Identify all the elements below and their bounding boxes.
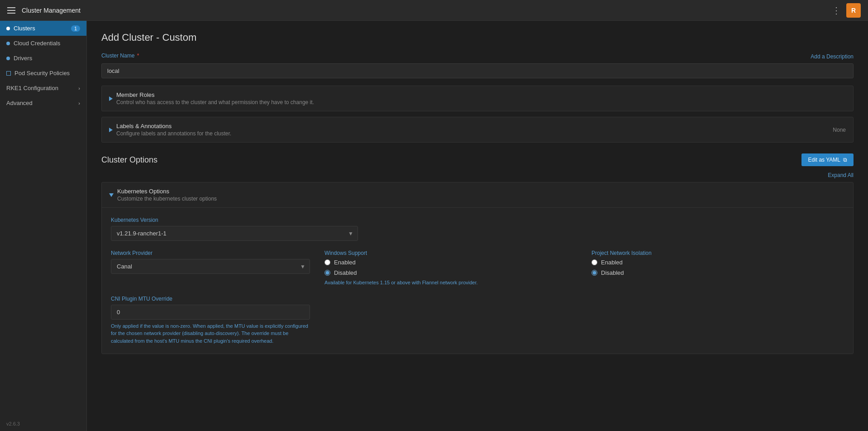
windows-support-field: Windows Support Enabled Disabled Ava — [324, 250, 577, 287]
project-isolation-enabled-radio[interactable] — [591, 259, 597, 265]
kubernetes-version-select-wrapper: v1.21.9-rancher1-1 ▼ — [111, 226, 358, 241]
sidebar-group-advanced[interactable]: Advanced › — [0, 96, 86, 110]
edit-yaml-label: Edit as YAML — [808, 157, 840, 163]
sidebar-cloud-credentials-label: Cloud Credentials — [14, 40, 60, 47]
kubernetes-options-title: Kubernetes Options — [117, 188, 217, 195]
sidebar-drivers-label: Drivers — [14, 55, 32, 62]
member-roles-title: Member Roles — [116, 91, 846, 98]
labels-annotations-title: Labels & Annotations — [116, 123, 829, 129]
sidebar-group-rke1[interactable]: RKE1 Configuration › — [0, 81, 86, 96]
add-description-link[interactable]: Add a Description — [811, 53, 854, 60]
member-roles-subtitle: Control who has access to the cluster an… — [116, 99, 846, 105]
member-roles-panel: Member Roles Control who has access to t… — [101, 86, 854, 111]
sidebar-item-cloud-credentials[interactable]: Cloud Credentials — [0, 36, 86, 51]
cluster-options-right: Edit as YAML ⧉ — [801, 153, 854, 166]
labels-annotations-header[interactable]: Labels & Annotations Configure labels an… — [102, 117, 853, 142]
labels-annotations-collapse-icon — [109, 128, 113, 132]
cni-plugin-mtu-input[interactable] — [111, 305, 310, 320]
network-provider-select-wrapper: Canal ▼ — [111, 259, 310, 274]
network-provider-label: Network Provider — [111, 250, 310, 256]
labels-annotations-subtitle: Configure labels and annotations for the… — [116, 130, 829, 137]
edit-yaml-button[interactable]: Edit as YAML ⧉ — [801, 153, 854, 166]
app-title: Cluster Management — [22, 7, 81, 14]
labels-annotations-text: Labels & Annotations Configure labels an… — [116, 123, 829, 137]
windows-support-note: Available for Kubernetes 1.15 or above w… — [324, 279, 577, 287]
windows-support-disabled-label: Disabled — [334, 269, 357, 276]
cloud-credentials-dot-icon — [6, 42, 10, 45]
sidebar-item-pod-security-policies[interactable]: Pod Security Policies — [0, 66, 86, 81]
cni-plugin-mtu-label: CNI Plugin MTU Override — [111, 296, 844, 302]
member-roles-collapse-icon — [109, 96, 113, 101]
cluster-options-header: Cluster Options Edit as YAML ⧉ — [101, 153, 854, 166]
windows-support-radio-group: Enabled Disabled — [324, 259, 577, 276]
clusters-dot-icon — [6, 27, 10, 30]
required-indicator: * — [137, 53, 139, 59]
labels-annotations-badge: None — [833, 127, 846, 133]
sidebar-rke1-label: RKE1 Configuration — [6, 85, 58, 91]
sidebar: Clusters 1 Cloud Credentials Drivers Pod… — [0, 21, 87, 431]
kubernetes-version-select[interactable]: v1.21.9-rancher1-1 — [111, 226, 358, 241]
sidebar-pod-security-label: Pod Security Policies — [14, 70, 70, 77]
top-nav: Cluster Management ⋮ R — [0, 0, 868, 21]
hamburger-menu[interactable] — [7, 7, 15, 14]
top-nav-left: Cluster Management — [7, 7, 81, 14]
kubernetes-options-collapse-icon — [109, 193, 114, 197]
sidebar-advanced-label: Advanced — [6, 100, 33, 106]
project-isolation-disabled-label: Disabled — [601, 269, 624, 276]
kubernetes-options-panel: Kubernetes Options Customize the kuberne… — [101, 182, 854, 354]
expand-all-row: Expand All — [101, 172, 854, 178]
windows-support-enabled-option[interactable]: Enabled — [324, 259, 577, 266]
project-isolation-disabled-option[interactable]: Disabled — [591, 269, 844, 276]
project-network-isolation-radio-group: Enabled Disabled — [591, 259, 844, 276]
edit-yaml-icon: ⧉ — [843, 157, 847, 163]
drivers-dot-icon — [6, 57, 10, 60]
cluster-options-title: Cluster Options — [101, 155, 157, 165]
cluster-name-label: Cluster Name * — [101, 53, 139, 59]
windows-support-enabled-radio[interactable] — [324, 259, 330, 265]
sidebar-item-clusters[interactable]: Clusters 1 — [0, 21, 86, 36]
cni-plugin-mtu-field: CNI Plugin MTU Override Only applied if … — [111, 296, 844, 345]
cluster-name-input[interactable] — [101, 63, 854, 78]
kubernetes-version-label: Kubernetes Version — [111, 217, 844, 223]
main-content: Add Cluster - Custom Cluster Name * Add … — [87, 21, 868, 431]
network-provider-select[interactable]: Canal — [111, 259, 310, 274]
app-version: v2.6.3 — [0, 417, 86, 431]
rke1-chevron-icon: › — [78, 86, 80, 91]
network-provider-field: Network Provider Canal ▼ — [111, 250, 310, 287]
page-title: Add Cluster - Custom — [101, 32, 854, 43]
windows-support-disabled-radio[interactable] — [324, 270, 330, 276]
project-isolation-disabled-radio[interactable] — [591, 270, 597, 276]
clusters-badge: 1 — [71, 25, 80, 32]
labels-annotations-panel: Labels & Annotations Configure labels an… — [101, 117, 854, 143]
project-isolation-enabled-option[interactable]: Enabled — [591, 259, 844, 266]
project-network-isolation-label: Project Network Isolation — [591, 250, 844, 256]
member-roles-header[interactable]: Member Roles Control who has access to t… — [102, 86, 853, 111]
kubernetes-options-header[interactable]: Kubernetes Options Customize the kuberne… — [102, 182, 853, 208]
user-avatar[interactable]: R — [846, 3, 861, 18]
kubernetes-options-header-text: Kubernetes Options Customize the kuberne… — [117, 188, 217, 202]
cni-plugin-mtu-note: Only applied if the value is non-zero. W… — [111, 322, 310, 345]
member-roles-text: Member Roles Control who has access to t… — [116, 91, 846, 105]
layout: Clusters 1 Cloud Credentials Drivers Pod… — [0, 21, 868, 431]
kubernetes-options-body: Kubernetes Version v1.21.9-rancher1-1 ▼ … — [102, 208, 853, 354]
expand-all-link[interactable]: Expand All — [828, 172, 854, 178]
advanced-chevron-icon: › — [78, 101, 80, 106]
windows-support-disabled-option[interactable]: Disabled — [324, 269, 577, 276]
kubernetes-version-field: Kubernetes Version v1.21.9-rancher1-1 ▼ — [111, 217, 844, 241]
windows-support-enabled-label: Enabled — [334, 259, 356, 266]
sidebar-item-drivers[interactable]: Drivers — [0, 51, 86, 66]
project-network-isolation-field: Project Network Isolation Enabled Disabl… — [591, 250, 844, 287]
project-isolation-enabled-label: Enabled — [601, 259, 623, 266]
windows-support-label: Windows Support — [324, 250, 577, 256]
sidebar-clusters-label: Clusters — [14, 25, 35, 32]
network-row: Network Provider Canal ▼ Windows Support — [111, 250, 844, 287]
pod-security-square-icon — [6, 71, 11, 76]
top-nav-right: ⋮ R — [832, 3, 861, 18]
more-options-icon[interactable]: ⋮ — [832, 5, 841, 16]
cluster-name-row: Cluster Name * Add a Description — [101, 53, 854, 62]
kubernetes-options-subtitle: Customize the kubernetes cluster options — [117, 196, 217, 202]
